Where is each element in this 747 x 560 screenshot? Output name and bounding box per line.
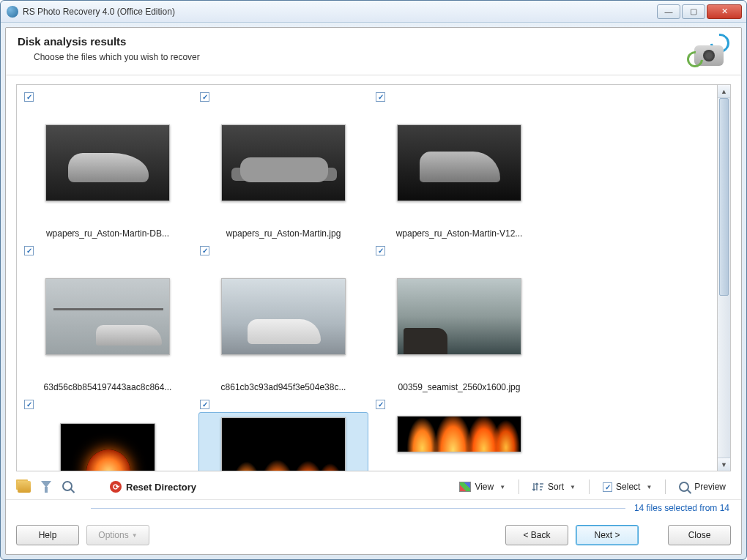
file-item[interactable]: ✓wpapers_ru_Aston-Martin-V12... — [371, 89, 547, 243]
filter-icon[interactable] — [38, 479, 54, 495]
file-checkbox[interactable]: ✓ — [200, 92, 209, 102]
thumbnail-image — [45, 278, 170, 355]
wizard-footer: Help Options ▼ < Back Next > Close — [6, 519, 741, 554]
file-name: wpapers_ru_Aston-Martin.jpg — [198, 221, 368, 243]
scrollbar[interactable]: ▲ ▼ — [717, 85, 730, 471]
file-item[interactable]: ✓ — [371, 397, 547, 455]
preview-icon — [679, 482, 691, 492]
file-name: c861cb3c93ad945f3e504e38c... — [198, 375, 368, 397]
thumbnail-image — [221, 124, 346, 201]
recovery-icon — [688, 35, 729, 66]
back-button[interactable]: < Back — [505, 525, 568, 545]
status-text: 14 files selected from 14 — [6, 499, 741, 519]
file-item[interactable]: ✓00359_seamist_2560x1600.jpg — [371, 243, 547, 397]
thumbnail-image — [397, 278, 521, 355]
file-checkbox[interactable]: ✓ — [200, 246, 209, 255]
file-item[interactable]: ✓wpapers_ru_Aston-Martin-DB... — [20, 89, 196, 243]
chevron-down-icon: ▼ — [646, 484, 652, 490]
file-item[interactable]: ✓01.jpg — [196, 397, 371, 471]
preview-button[interactable]: Preview — [674, 479, 731, 494]
minimize-button[interactable]: — — [657, 4, 680, 19]
close-window-button[interactable]: ✕ — [707, 4, 742, 19]
reset-directory-button[interactable]: ⟳ Reset Directory — [110, 481, 196, 493]
window-title: RS Photo Recovery 4.0 (Office Edition) — [23, 7, 657, 17]
page-subtitle: Choose the files which you wish to recov… — [34, 52, 200, 62]
folders-icon[interactable] — [16, 479, 32, 495]
thumbnail-image — [397, 124, 521, 201]
file-item[interactable]: ✓011.jpg — [20, 397, 196, 471]
close-button[interactable]: Close — [668, 525, 731, 545]
thumbnail-image — [45, 124, 170, 201]
view-dropdown[interactable]: View ▼ — [454, 479, 510, 494]
thumbnail-image — [60, 423, 155, 471]
sort-dropdown[interactable]: Sort ▼ — [527, 479, 581, 494]
file-checkbox[interactable]: ✓ — [376, 246, 385, 255]
app-window: RS Photo Recovery 4.0 (Office Edition) —… — [0, 0, 747, 560]
search-icon[interactable] — [60, 479, 76, 495]
file-list[interactable]: ✓wpapers_ru_Aston-Martin-DB...✓wpapers_r… — [17, 85, 717, 471]
file-item[interactable]: ✓63d56c8b854197443aac8c864... — [20, 243, 196, 397]
titlebar[interactable]: RS Photo Recovery 4.0 (Office Edition) —… — [1, 1, 746, 23]
chevron-down-icon: ▼ — [499, 484, 505, 490]
app-icon — [7, 6, 18, 18]
scroll-thumb[interactable] — [719, 98, 729, 296]
view-icon — [459, 482, 471, 492]
file-name: 00359_seamist_2560x1600.jpg — [374, 375, 544, 397]
client-area: Disk analysis results Choose the files w… — [5, 27, 742, 555]
checkbox-icon: ✓ — [603, 482, 612, 492]
thumbnail-image — [221, 417, 346, 471]
thumbnail-image — [397, 416, 521, 452]
reset-label: Reset Directory — [126, 482, 196, 493]
file-checkbox[interactable]: ✓ — [376, 400, 385, 409]
help-button[interactable]: Help — [16, 525, 79, 545]
file-name: wpapers_ru_Aston-Martin-DB... — [23, 221, 193, 243]
file-item[interactable]: ✓c861cb3c93ad945f3e504e38c... — [196, 243, 371, 397]
thumbnail-image — [221, 278, 346, 355]
scroll-up-button[interactable]: ▲ — [718, 85, 730, 98]
file-name: 63d56c8b854197443aac8c864... — [23, 375, 193, 397]
file-checkbox[interactable]: ✓ — [376, 92, 385, 102]
toolbar: ⟳ Reset Directory View ▼ Sort ▼ ✓ Select… — [6, 474, 741, 498]
file-name: wpapers_ru_Aston-Martin-V12... — [374, 221, 544, 243]
file-checkbox[interactable]: ✓ — [24, 400, 34, 409]
select-dropdown[interactable]: ✓ Select ▼ — [598, 479, 657, 494]
chevron-down-icon: ▼ — [570, 484, 576, 490]
scroll-track[interactable] — [718, 98, 730, 458]
file-checkbox[interactable]: ✓ — [24, 92, 34, 102]
file-item[interactable]: ✓wpapers_ru_Aston-Martin.jpg — [196, 89, 371, 243]
reset-icon: ⟳ — [110, 481, 122, 493]
file-checkbox[interactable]: ✓ — [24, 246, 34, 255]
file-checkbox[interactable]: ✓ — [200, 400, 209, 409]
scroll-down-button[interactable]: ▼ — [718, 458, 730, 471]
page-title: Disk analysis results — [18, 35, 200, 48]
sort-icon — [532, 482, 544, 492]
next-button[interactable]: Next > — [576, 525, 639, 545]
options-button[interactable]: Options ▼ — [86, 525, 149, 545]
maximize-button[interactable]: ▢ — [682, 4, 705, 19]
file-list-container: ✓wpapers_ru_Aston-Martin-DB...✓wpapers_r… — [16, 84, 731, 471]
wizard-header: Disk analysis results Choose the files w… — [6, 28, 741, 75]
